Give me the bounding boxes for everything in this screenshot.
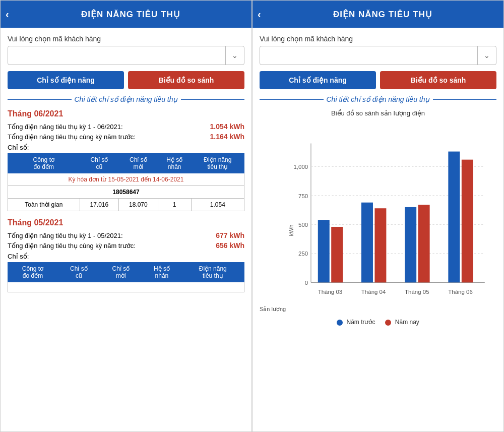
- svg-text:Tháng 03: Tháng 03: [318, 289, 343, 295]
- bar-chart-svg: 0 250 500 750 1,000 kWh: [288, 126, 496, 312]
- left-th2-1: Công tơđo đếm: [8, 263, 58, 282]
- left-month2-header: Tháng 05/2021: [8, 218, 244, 227]
- right-back-button[interactable]: ‹: [258, 9, 262, 20]
- left-stat4-label: Tổng điện năng tiêu thụ cùng kỳ năm trướ…: [8, 242, 136, 250]
- left-meter-id: 18058647: [8, 186, 244, 199]
- bar-03-prev: [318, 220, 330, 282]
- legend-curr-label: Năm nay: [395, 319, 419, 326]
- left-panel: ‹ ĐIỆN NĂNG TIÊU THỤ Vui lòng chọn mã kh…: [0, 0, 252, 432]
- left-month1-header: Tháng 06/2021: [8, 109, 244, 118]
- left-th2-5: Điện năngtiêu thụ: [181, 263, 244, 282]
- legend-prev-label: Năm trước: [346, 319, 375, 326]
- right-body: Vui lòng chọn mã khách hàng ⌄ Chỉ số điệ…: [253, 28, 503, 431]
- left-btn-row: Chỉ số điện năng Biểu đồ so sánh: [8, 71, 244, 89]
- right-header-title: ĐIỆN NĂNG TIÊU THỤ: [267, 9, 498, 20]
- left-stat3-value: 677 kWh: [216, 231, 244, 239]
- left-body: Vui lòng chọn mã khách hàng ⌄ Chỉ số điệ…: [1, 28, 251, 431]
- right-header: ‹ ĐIỆN NĂNG TIÊU THỤ: [253, 1, 503, 28]
- left-th-4: Hệ sốnhân: [158, 154, 191, 173]
- chart-legend: Năm trước Năm nay: [260, 319, 496, 326]
- right-dropdown-input[interactable]: [260, 47, 477, 64]
- left-back-button[interactable]: ‹: [6, 9, 10, 20]
- y-axis-top-label: Sản lượng: [260, 306, 286, 313]
- left-th-5: Điện năngtiêu thụ: [191, 154, 244, 173]
- left-th2-2: Chỉ sốcũ: [58, 263, 100, 282]
- right-section-title: Chi tiết chỉ số điện năng tiêu thụ: [260, 95, 496, 103]
- left-stat3-label: Tổng điện năng tiêu thụ kỳ 1 - 05/2021:: [8, 232, 123, 239]
- legend-prev: Năm trước: [337, 319, 375, 326]
- left-stat4-row: Tổng điện năng tiêu thụ cùng kỳ năm trướ…: [8, 241, 244, 250]
- left-stat2-value: 1.164 kWh: [210, 133, 244, 141]
- left-bieu-do-button[interactable]: Biểu đồ so sánh: [128, 71, 244, 89]
- left-chi-so-label: Chỉ số:: [8, 144, 244, 151]
- bar-06-curr: [462, 160, 473, 283]
- svg-text:500: 500: [298, 222, 308, 228]
- right-panel: ‹ ĐIỆN NĂNG TIÊU THỤ Vui lòng chọn mã kh…: [252, 0, 504, 432]
- left-row-label: Toàn thời gian: [8, 199, 80, 211]
- svg-text:250: 250: [298, 251, 308, 257]
- bar-04-curr: [375, 208, 387, 282]
- right-dropdown-row[interactable]: ⌄: [260, 46, 496, 65]
- svg-text:Tháng 05: Tháng 05: [405, 289, 429, 295]
- left-table1: Công tơđo đếm Chỉ sốcũ Chỉ sốmới Hệ sốnh…: [8, 153, 244, 211]
- bar-04-prev: [361, 203, 373, 283]
- left-dropdown-label: Vui lòng chọn mã khách hàng: [8, 35, 244, 43]
- left-stat1-value: 1.054 kWh: [210, 122, 244, 131]
- right-btn-row: Chỉ số điện năng Biểu đồ so sánh: [260, 71, 496, 89]
- bar-05-curr: [418, 205, 430, 282]
- left-row-factor: 1: [158, 199, 191, 211]
- left-row-new: 18.070: [119, 199, 158, 211]
- right-dropdown-chevron-icon[interactable]: ⌄: [478, 47, 496, 64]
- left-row-energy: 1.054: [191, 199, 244, 211]
- bar-05-prev: [405, 207, 416, 282]
- svg-text:kWh: kWh: [289, 224, 295, 236]
- left-th-2: Chỉ sốcũ: [80, 154, 119, 173]
- left-header-title: ĐIỆN NĂNG TIÊU THỤ: [15, 9, 246, 20]
- left-stat1-row: Tổng điện năng tiêu thụ kỳ 1 - 06/2021: …: [8, 122, 244, 131]
- left-header: ‹ ĐIỆN NĂNG TIÊU THỤ: [1, 1, 251, 28]
- left-stat1-label: Tổng điện năng tiêu thụ kỳ 1 - 06/2021:: [8, 123, 123, 131]
- svg-text:750: 750: [298, 193, 308, 199]
- app-container: ‹ ĐIỆN NĂNG TIÊU THỤ Vui lòng chọn mã kh…: [0, 0, 504, 432]
- left-stat2-row: Tổng điện năng tiêu thụ cùng kỳ năm trướ…: [8, 133, 244, 141]
- bar-03-curr: [331, 227, 343, 282]
- left-row-old: 17.016: [80, 199, 119, 211]
- left-chi-so2-label: Chỉ số:: [8, 253, 244, 260]
- legend-curr-dot: [385, 320, 391, 326]
- left-dropdown-chevron-icon[interactable]: ⌄: [226, 47, 244, 64]
- svg-text:Tháng 06: Tháng 06: [448, 289, 473, 295]
- left-section-title: Chi tiết chỉ số điện năng tiêu thụ: [8, 95, 244, 103]
- left-invoice-period: Kỳ hóa đơn từ 15-05-2021 đến 14-06-2021: [8, 173, 244, 186]
- left-stat3-row: Tổng điện năng tiêu thụ kỳ 1 - 05/2021: …: [8, 231, 244, 239]
- legend-prev-dot: [337, 320, 343, 326]
- left-th-3: Chỉ sốmới: [119, 154, 158, 173]
- right-dropdown-label: Vui lòng chọn mã khách hàng: [260, 35, 496, 43]
- bar-06-prev: [449, 152, 460, 283]
- legend-curr: Năm nay: [385, 319, 419, 326]
- left-chi-so-button[interactable]: Chỉ số điện năng: [8, 71, 124, 89]
- svg-text:0: 0: [305, 280, 308, 286]
- chart-inner: 0 250 500 750 1,000 kWh: [288, 126, 496, 314]
- left-stat2-label: Tổng điện năng tiêu thụ cùng kỳ năm trướ…: [8, 133, 136, 141]
- svg-text:1,000: 1,000: [294, 164, 308, 170]
- left-th2-4: Hệ sốnhân: [142, 263, 181, 282]
- right-chi-so-button[interactable]: Chỉ số điện năng: [260, 71, 376, 89]
- svg-text:Tháng 04: Tháng 04: [361, 289, 386, 295]
- left-table2: Công tơđo đếm Chỉ sốcũ Chỉ sốmới Hệ sốnh…: [8, 262, 244, 292]
- left-dropdown-input[interactable]: [8, 47, 225, 64]
- left-dropdown-row[interactable]: ⌄: [8, 46, 244, 65]
- chart-title: Biểu đồ so sánh sản lượng điện: [260, 109, 496, 117]
- chart-area: Sản lượng 0: [260, 121, 496, 314]
- left-stat4-value: 656 kWh: [216, 241, 244, 250]
- left-th2-3: Chỉ sốmới: [100, 263, 142, 282]
- left-th-1: Công tơđo đếm: [8, 154, 80, 173]
- right-bieu-do-button[interactable]: Biểu đồ so sánh: [380, 71, 496, 89]
